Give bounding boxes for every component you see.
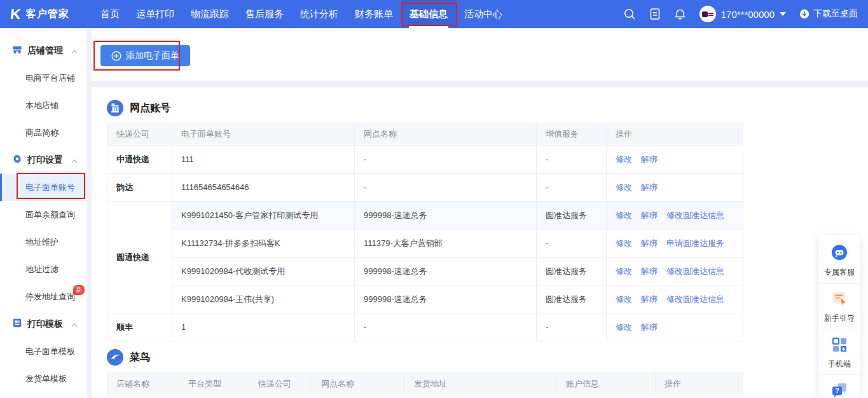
nav-item-物流跟踪[interactable]: 物流跟踪: [183, 0, 237, 28]
cell-outlet-name: -: [355, 313, 537, 341]
float-panel-item-专属客服[interactable]: 专属客服: [818, 238, 860, 283]
column-header-平台类型: 平台类型: [179, 373, 249, 395]
nav-item-基础信息[interactable]: 基础信息: [401, 0, 456, 28]
sidebar-item-地址过滤[interactable]: 地址过滤: [0, 256, 86, 283]
action-link-解绑[interactable]: 解绑: [641, 266, 658, 276]
sidebar-item-本地店铺[interactable]: 本地店铺: [0, 92, 86, 119]
action-link-解绑[interactable]: 解绑: [641, 154, 658, 164]
nav-item-统计分析[interactable]: 统计分析: [292, 0, 347, 28]
sidebar-group-打印设置[interactable]: 打印设置: [0, 146, 86, 174]
cainiao-table: 店铺名称平台类型快递公司网点名称发货地址账户信息操作: [107, 373, 743, 395]
mobile-qr-icon: [818, 335, 860, 357]
sidebar-group-打印模板[interactable]: 打印模板: [0, 310, 86, 338]
float-panel-label: 专属客服: [818, 267, 860, 278]
bell-icon[interactable]: [674, 8, 686, 20]
app-logo: K 客户管家: [0, 7, 92, 22]
search-icon[interactable]: [623, 8, 636, 20]
cell-company: 圆通快递: [107, 202, 172, 313]
cell-account: K9991020984-王伟(共享): [172, 285, 355, 313]
user-menu[interactable]: 170***00000: [699, 6, 786, 22]
cell-vas: 圆准达服务: [537, 257, 607, 285]
action-link-修改[interactable]: 修改: [616, 210, 632, 220]
chevron-down-icon[interactable]: [780, 12, 786, 16]
cell-account: 1: [172, 313, 355, 341]
cell-company: 韵达: [107, 174, 172, 202]
sidebar-item-面单余额查询[interactable]: 面单余额查询: [0, 201, 86, 228]
sidebar-item-发货单模板[interactable]: 发货单模板: [0, 365, 86, 392]
nav-item-财务账单[interactable]: 财务账单: [347, 0, 401, 28]
float-help-panel: 专属客服新手引导手机端?IT支持: [818, 235, 860, 398]
guide-icon: [818, 289, 860, 311]
table-row: 圆通快递K9991021450-客户管家打印测试专用999998-速递总务圆准达…: [107, 202, 743, 230]
chevron-up-icon[interactable]: [71, 155, 78, 165]
column-header-网点名称: 网点名称: [355, 123, 537, 146]
nav-item-首页[interactable]: 首页: [92, 0, 128, 28]
user-avatar[interactable]: [699, 6, 716, 22]
cainiao-icon: [107, 349, 123, 366]
cell-company: 顺丰: [107, 313, 172, 341]
template-icon: [12, 318, 22, 330]
column-header-增值服务: 增值服务: [537, 123, 607, 146]
action-link-解绑[interactable]: 解绑: [641, 322, 658, 332]
download-label: 下载至桌面: [813, 8, 858, 20]
sidebar-item-电子面单模板[interactable]: 电子面单模板: [0, 338, 86, 365]
action-link-申请圆准达服务[interactable]: 申请圆准达服务: [666, 238, 724, 248]
download-desktop-button[interactable]: 下载至桌面: [799, 8, 858, 20]
float-panel-item-新手引导[interactable]: 新手引导: [818, 283, 860, 329]
cell-vas: 圆准达服务: [537, 285, 607, 313]
table-row: 顺丰1--修改解绑: [107, 313, 743, 341]
document-icon[interactable]: [649, 8, 661, 20]
cell-outlet-name: 999998-速递总务: [355, 257, 537, 285]
add-waybill-button[interactable]: 添加电子面单: [100, 45, 190, 66]
action-link-修改[interactable]: 修改: [616, 154, 632, 164]
action-link-修改[interactable]: 修改: [616, 294, 632, 304]
nav-item-售后服务[interactable]: 售后服务: [237, 0, 292, 28]
action-link-修改[interactable]: 修改: [616, 238, 632, 248]
store-icon: [12, 45, 22, 57]
outlet-table: 快递公司电子面单账号网点名称增值服务操作 中通快递111--修改解绑韵达1116…: [107, 123, 743, 341]
cell-account: K9991020984-代收测试专用: [172, 257, 355, 285]
outlet-section-header: 网点账号: [107, 100, 868, 116]
table-row: K9991020984-王伟(共享)999998-速递总务圆准达服务修改解绑修改…: [107, 285, 743, 313]
action-link-修改[interactable]: 修改: [616, 266, 632, 276]
sidebar-item-电商平台店铺[interactable]: 电商平台店铺: [0, 64, 86, 92]
cell-company: 中通快递: [107, 146, 172, 174]
action-link-解绑[interactable]: 解绑: [641, 182, 658, 192]
toolbar: 添加电子面单: [92, 28, 868, 81]
cell-account: 111: [172, 146, 355, 174]
new-badge: 新: [73, 285, 85, 295]
cell-actions: 修改解绑申请圆准达服务: [607, 230, 743, 257]
nav-item-活动中心[interactable]: 活动中心: [456, 0, 511, 28]
cell-vas: -: [537, 313, 607, 341]
cell-actions: 修改解绑: [607, 313, 743, 341]
action-link-解绑[interactable]: 解绑: [641, 294, 658, 304]
action-link-解绑[interactable]: 解绑: [641, 210, 658, 220]
action-link-修改[interactable]: 修改: [616, 182, 632, 192]
outlet-section-title: 网点账号: [130, 102, 170, 115]
float-panel-item-手机端[interactable]: 手机端: [818, 329, 860, 374]
sidebar-item-地址维护[interactable]: 地址维护: [0, 228, 86, 256]
float-panel-item-IT支持[interactable]: ?IT支持: [818, 374, 860, 398]
sidebar-item-电子面单账号[interactable]: 电子面单账号: [0, 174, 86, 201]
action-link-修改圆准达信息[interactable]: 修改圆准达信息: [666, 294, 724, 304]
sidebar-item-商品简称[interactable]: 商品简称: [0, 119, 86, 146]
chevron-up-icon[interactable]: [71, 46, 78, 56]
sidebar-item-停发地址查询[interactable]: 停发地址查询新: [0, 283, 86, 310]
action-link-修改圆准达信息[interactable]: 修改圆准达信息: [666, 210, 724, 220]
it-support-icon: ?: [818, 381, 860, 398]
logo-k-icon: K: [10, 7, 22, 22]
outlet-table-head: 快递公司电子面单账号网点名称增值服务操作: [107, 123, 743, 146]
main-content: 添加电子面单 网点账号 快递公司电子面单账号网点名称增值服务操作 中通快递111…: [92, 28, 868, 398]
cell-outlet-name: 111379-大客户营销部: [355, 230, 537, 257]
content-card: 网点账号 快递公司电子面单账号网点名称增值服务操作 中通快递111--修改解绑韵…: [92, 87, 868, 398]
cell-account: K11132734-拼多多扫码客K: [172, 230, 355, 257]
column-header-快递公司: 快递公司: [107, 123, 172, 146]
nav-item-运单打印[interactable]: 运单打印: [128, 0, 183, 28]
action-link-修改[interactable]: 修改: [616, 322, 632, 332]
action-link-解绑[interactable]: 解绑: [641, 238, 658, 248]
sidebar-group-店铺管理[interactable]: 店铺管理: [0, 37, 86, 64]
action-link-修改圆准达信息[interactable]: 修改圆准达信息: [666, 266, 724, 276]
cell-vas: -: [537, 174, 607, 202]
cell-outlet-name: -: [355, 174, 537, 202]
chevron-up-icon[interactable]: [71, 319, 78, 329]
